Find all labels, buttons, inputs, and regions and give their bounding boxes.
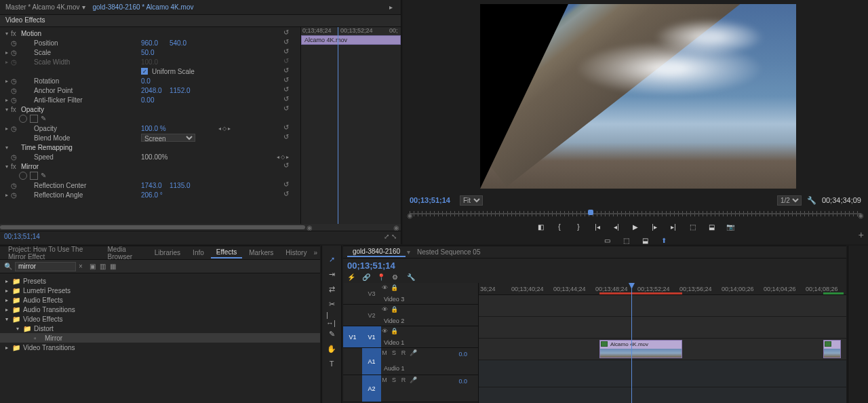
breadcrumb-master[interactable]: Master * Alcamo 4K.mov — [5, 3, 79, 11]
reset-icon[interactable]: ↺ — [283, 76, 293, 85]
fx-time-remapping-header[interactable]: ▾ Time Remapping — [3, 142, 296, 152]
hand-tool-icon[interactable]: ✋ — [326, 343, 337, 354]
uniform-scale-checkbox[interactable]: ✓ — [141, 68, 148, 75]
mask-pen-icon[interactable]: ✎ — [41, 115, 49, 123]
timeline-playhead[interactable] — [631, 283, 632, 403]
marker-icon[interactable]: 📍 — [377, 273, 385, 282]
reset-icon[interactable]: ↺ — [283, 85, 293, 95]
track-lane-v3[interactable] — [479, 295, 846, 317]
export-icon[interactable]: ⬆ — [659, 235, 669, 245]
solo-button[interactable]: S — [391, 349, 397, 356]
stopwatch-icon[interactable]: ◷ — [11, 49, 19, 56]
reset-icon[interactable]: ↺ — [283, 104, 293, 114]
slip-tool-icon[interactable]: |↔| — [326, 313, 337, 324]
reset-icon[interactable]: ↺ — [283, 190, 293, 199]
toggle-output-icon[interactable]: 👁 — [381, 306, 388, 313]
track-source-v1[interactable]: V1 — [343, 326, 362, 347]
sequence-tab-gold[interactable]: gold-3840-2160 — [347, 247, 406, 257]
pen-tool-icon[interactable]: ✎ — [326, 328, 337, 339]
lock-icon[interactable]: 🔒 — [391, 328, 397, 334]
ripple-edit-tool-icon[interactable]: ⇄ — [326, 284, 337, 294]
lock-icon[interactable]: 🔒 — [391, 306, 397, 313]
mark-in-icon[interactable]: ◧ — [536, 222, 545, 231]
fx-opacity-header[interactable]: ▾fx Opacity ↺ — [3, 104, 296, 114]
record-button[interactable]: R — [400, 377, 407, 383]
track-header-v1[interactable]: V1 V1 👁🔒 Video 1 — [343, 326, 478, 348]
play-icon[interactable]: ▶ — [631, 222, 640, 231]
reset-icon[interactable]: ↺ — [283, 28, 293, 38]
position-y-value[interactable]: 540.0 — [170, 39, 198, 47]
settings-icon[interactable]: ⚙ — [392, 273, 400, 282]
reset-icon[interactable]: ↺ — [283, 180, 293, 190]
snap-icon[interactable]: ⚡ — [347, 273, 355, 282]
fx-motion-header[interactable]: ▾fx Motion ↺ — [3, 28, 296, 38]
reset-icon[interactable]: ↺ — [283, 66, 293, 76]
mask-ellipse-icon[interactable] — [19, 115, 27, 123]
track-lane-a1[interactable] — [479, 360, 846, 387]
lift-icon[interactable]: ⬚ — [688, 222, 697, 231]
program-viewport[interactable] — [480, 4, 796, 189]
reset-icon[interactable]: ↺ — [283, 161, 293, 171]
reset-icon[interactable]: ↺ — [283, 47, 293, 57]
reset-icon[interactable]: ↺ — [283, 57, 293, 66]
tab-effects[interactable]: Effects — [211, 247, 242, 258]
voice-over-icon[interactable]: 🎤 — [410, 377, 416, 383]
mask-rect-icon[interactable] — [30, 172, 38, 180]
track-header-a2[interactable]: A2 M S R 🎤 0.0 — [343, 375, 478, 402]
mute-button[interactable]: M — [381, 377, 388, 383]
rotation-value[interactable]: 0.0 — [141, 77, 170, 85]
reflection-angle-value[interactable]: 206.0 ° — [141, 191, 170, 199]
stopwatch-icon[interactable]: ◷ — [11, 96, 19, 104]
sequence-tab-nested[interactable]: Nested Sequence 05 — [412, 248, 486, 256]
reflection-center-x-value[interactable]: 1743.0 — [141, 182, 170, 189]
effects-search-input[interactable] — [15, 262, 76, 271]
export-frame-icon[interactable]: 📷 — [726, 222, 735, 231]
linked-selection-icon[interactable]: 🔗 — [362, 273, 370, 282]
ec-playhead[interactable] — [338, 27, 338, 231]
selection-tool-icon[interactable]: ➚ — [326, 254, 337, 265]
tree-audio-effects[interactable]: ▸📁Audio Effects — [0, 295, 320, 305]
ec-timecode[interactable]: 00;13;51;14 — [4, 233, 40, 240]
program-scrub-bar[interactable]: ◉ ◉ — [410, 208, 861, 219]
program-timecode-current[interactable]: 00;13;51;14 — [410, 196, 450, 204]
accelerated-filter-icon[interactable]: ▣ — [90, 263, 96, 270]
track-header-v3[interactable]: V3 👁🔒 Video 3 — [343, 283, 478, 305]
comparison-icon[interactable]: ⬓ — [640, 235, 650, 245]
track-header-a1[interactable]: A1 M S R 🎤 0.0 Audio 1 — [343, 348, 478, 375]
position-x-value[interactable]: 960.0 — [141, 39, 170, 47]
timeline-tracks-area[interactable]: 36;24 00;13;40;24 00;13;44;24 00;13;48;2… — [479, 283, 846, 403]
tree-lumetri[interactable]: ▸📁Lumetri Presets — [0, 286, 320, 295]
tree-audio-transitions[interactable]: ▸📁Audio Transitions — [0, 305, 320, 314]
timeline-ruler[interactable]: 36;24 00;13;40;24 00;13;44;24 00;13;48;2… — [479, 283, 846, 295]
tab-media-browser[interactable]: Media Browser — [102, 244, 148, 262]
scale-value[interactable]: 50.0 — [141, 49, 170, 56]
blend-mode-select[interactable]: Screen — [141, 134, 195, 142]
anchor-x-value[interactable]: 2048.0 — [141, 87, 170, 94]
ec-horizontal-scroll[interactable]: ◉ ◉ — [0, 224, 401, 231]
breadcrumb-active-clip[interactable]: gold-3840-2160 * Alcamo 4K.mov — [92, 3, 193, 11]
track-target-v2[interactable]: V2 — [362, 312, 381, 319]
tab-info[interactable]: Info — [187, 248, 210, 258]
tab-project[interactable]: Project: How To Use The Mirror Effect — [3, 244, 101, 262]
zoom-fit-select[interactable]: Fit — [460, 195, 483, 206]
wrench-icon[interactable]: 🔧 — [407, 273, 415, 282]
track-header-v2[interactable]: V2 👁🔒 Video 2 — [343, 305, 478, 326]
wrench-icon[interactable]: 🔧 — [807, 196, 816, 205]
track-lane-v2[interactable] — [479, 317, 846, 339]
step-back-icon[interactable]: ◂| — [612, 222, 621, 231]
stopwatch-icon[interactable]: ◷ — [11, 125, 19, 132]
reflection-center-y-value[interactable]: 1135.0 — [170, 182, 198, 189]
track-lane-v1[interactable]: Alcamo 4K.mov — [479, 339, 846, 360]
tab-libraries[interactable]: Libraries — [149, 248, 186, 258]
reset-icon[interactable]: ↺ — [283, 38, 293, 47]
add-button-icon[interactable]: + — [859, 229, 864, 240]
mask-ellipse-icon[interactable] — [19, 172, 27, 180]
go-to-out-icon[interactable]: ▸| — [669, 222, 678, 231]
type-tool-icon[interactable]: T — [326, 358, 337, 369]
track-select-tool-icon[interactable]: ⇥ — [326, 269, 337, 280]
scrub-playhead[interactable] — [588, 210, 593, 215]
timeline-clip-small[interactable] — [823, 340, 841, 358]
stopwatch-icon[interactable]: ◷ — [11, 182, 19, 189]
opacity-value[interactable]: 100.0 % — [141, 125, 170, 132]
speed-value[interactable]: 100.00% — [141, 153, 170, 161]
